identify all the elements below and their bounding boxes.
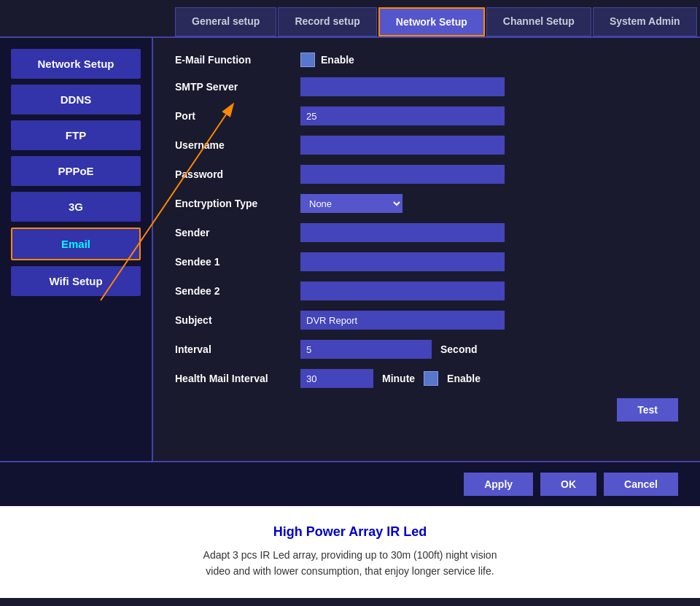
smtp-server-label: SMTP Server (175, 81, 292, 93)
bottom-bar: Apply OK Cancel (0, 461, 700, 506)
info-text: Adapt 3 pcs IR Led array, providing up t… (22, 547, 678, 580)
second-label: Second (440, 343, 478, 355)
sidebar-item-network-setup[interactable]: Network Setup (11, 49, 141, 79)
sidebar-item-pppoe[interactable]: PPPoE (11, 156, 141, 186)
sidebar-item-wifi-setup[interactable]: Wifi Setup (11, 266, 141, 296)
interval-row: Interval Second (175, 340, 678, 359)
sendee2-input[interactable] (300, 281, 505, 300)
smtp-server-row: SMTP Server (175, 77, 678, 96)
encryption-type-label: Enctryption Type (175, 198, 292, 209)
test-row: Test (175, 398, 678, 422)
password-label: Password (175, 168, 292, 180)
health-mail-input[interactable] (300, 369, 373, 388)
sendee1-input[interactable] (300, 252, 505, 271)
email-function-checkbox-area: Enable (300, 53, 354, 67)
sendee2-label: Sendee 2 (175, 285, 292, 297)
tab-general-setup[interactable]: General setup (175, 7, 276, 36)
tab-network-setup[interactable]: Network Setup (378, 7, 485, 36)
test-button[interactable]: Test (617, 398, 678, 422)
tab-channel-setup[interactable]: Channel Setup (486, 7, 591, 36)
sender-input[interactable] (300, 223, 505, 242)
subject-input[interactable] (300, 311, 505, 330)
tab-system-admin[interactable]: System Admin (593, 7, 697, 36)
minute-label: Minute (382, 373, 415, 384)
subject-row: Subject (175, 311, 678, 330)
password-input[interactable] (300, 165, 505, 184)
sidebar-item-email[interactable]: Email (11, 228, 141, 260)
encryption-type-row: Enctryption Type None SSL TLS (175, 194, 678, 213)
top-nav: General setup Record setup Network Setup… (0, 0, 700, 38)
interval-input[interactable] (300, 340, 432, 359)
port-row: Port (175, 106, 678, 125)
sidebar-item-ftp[interactable]: FTP (11, 120, 141, 150)
sidebar-item-ddns[interactable]: DDNS (11, 85, 141, 114)
sidebar-item-3g[interactable]: 3G (11, 192, 141, 222)
health-enable-checkbox[interactable] (424, 371, 438, 386)
email-function-enable-label: Enable (321, 54, 354, 66)
sendee1-label: Sendee 1 (175, 256, 292, 268)
username-input[interactable] (300, 136, 505, 155)
ok-button[interactable]: OK (540, 473, 596, 496)
smtp-server-input[interactable] (300, 77, 505, 96)
email-function-checkbox[interactable] (300, 53, 315, 67)
interval-label: Interval (175, 343, 292, 355)
health-mail-row: Health Mail Interval Minute Enable (175, 369, 678, 388)
main-area: Network Setup DDNS FTP PPPoE 3G Email Wi… (0, 38, 700, 461)
sender-row: Sender (175, 223, 678, 242)
info-title: High Power Array IR Led (22, 524, 678, 540)
email-function-label: E-Mail Function (175, 54, 292, 66)
port-input[interactable] (300, 106, 505, 125)
encryption-type-select[interactable]: None SSL TLS (300, 194, 402, 213)
sendee1-row: Sendee 1 (175, 252, 678, 271)
cancel-button[interactable]: Cancel (604, 473, 678, 496)
apply-button[interactable]: Apply (464, 473, 533, 496)
port-label: Port (175, 110, 292, 122)
sendee2-row: Sendee 2 (175, 281, 678, 300)
sender-label: Sender (175, 227, 292, 238)
password-row: Password (175, 165, 678, 184)
sidebar: Network Setup DDNS FTP PPPoE 3G Email Wi… (0, 38, 153, 461)
email-function-row: E-Mail Function Enable (175, 53, 678, 67)
health-enable-label: Enable (447, 373, 481, 384)
info-section: High Power Array IR Led Adapt 3 pcs IR L… (0, 506, 700, 598)
health-mail-label: Health Mail Interval (175, 373, 292, 384)
tab-record-setup[interactable]: Record setup (278, 7, 376, 36)
subject-label: Subject (175, 314, 292, 326)
username-row: Username (175, 136, 678, 155)
username-label: Username (175, 139, 292, 151)
content-area: E-Mail Function Enable SMTP Server Port … (153, 38, 700, 461)
